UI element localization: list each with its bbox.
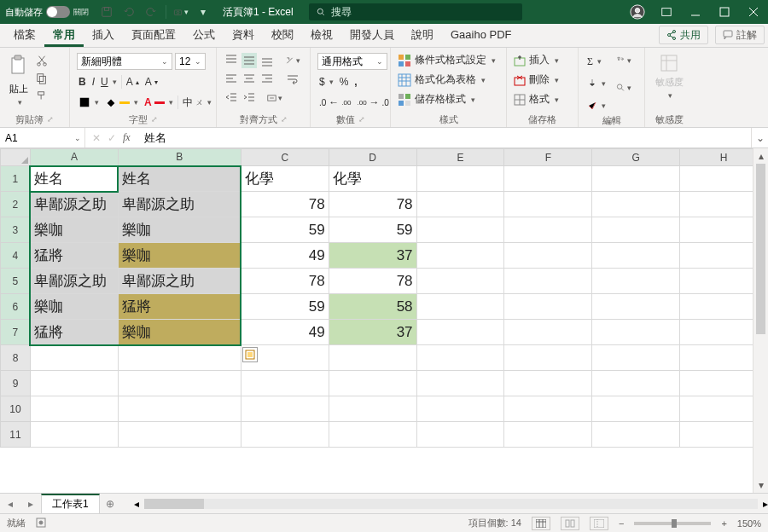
cell[interactable] <box>592 371 680 396</box>
comma-icon[interactable]: , <box>352 73 358 90</box>
enter-formula-icon[interactable]: ✓ <box>108 132 116 144</box>
cell[interactable]: 59 <box>241 294 329 320</box>
font-name-select[interactable]: 新細明體⌄ <box>77 53 172 70</box>
ribbon-display-icon[interactable] <box>657 3 676 21</box>
column-header[interactable]: H <box>680 149 753 166</box>
row-header[interactable]: 2 <box>1 192 31 217</box>
zoom-level[interactable]: 150% <box>737 518 761 529</box>
cell[interactable]: 37 <box>329 320 416 345</box>
cell[interactable]: 樂咖 <box>118 320 241 345</box>
row-header[interactable]: 11 <box>1 422 31 448</box>
spreadsheet-grid[interactable]: ABCDEFGH1姓名姓名化學化學2卑鄙源之助卑鄙源之助78783樂咖樂咖595… <box>0 148 753 493</box>
tab-Gaaiho PDF[interactable]: Gaaiho PDF <box>442 23 521 47</box>
zoom-slider[interactable] <box>634 522 711 525</box>
decrease-indent-icon[interactable] <box>224 90 239 106</box>
cell[interactable] <box>241 396 329 422</box>
cell[interactable] <box>329 345 416 371</box>
cell[interactable]: 卑鄙源之助 <box>30 269 118 294</box>
tab-常用[interactable]: 常用 <box>44 23 84 47</box>
cell[interactable] <box>504 320 592 345</box>
redo-icon[interactable] <box>143 4 159 20</box>
cell[interactable]: 78 <box>241 269 329 294</box>
conditional-formatting-button[interactable]: 條件式格式設定▾ <box>398 53 496 67</box>
column-header[interactable]: B <box>118 149 241 166</box>
delete-cells-button[interactable]: 刪除▾ <box>514 72 559 87</box>
merge-center-icon[interactable]: ▾ <box>267 90 282 106</box>
autosave-toggle[interactable]: 自動儲存 關閉 <box>5 6 89 19</box>
cell[interactable] <box>592 217 680 243</box>
cell[interactable] <box>241 371 329 396</box>
cell[interactable]: 78 <box>241 192 329 217</box>
zoom-in-icon[interactable]: + <box>721 518 726 529</box>
cell[interactable] <box>680 396 753 422</box>
cell[interactable]: 37 <box>329 243 416 269</box>
formula-input[interactable]: 姓名 <box>137 130 751 146</box>
row-header[interactable]: 4 <box>1 243 31 269</box>
cell[interactable] <box>30 371 118 396</box>
paste-button[interactable] <box>7 53 31 80</box>
align-bottom-icon[interactable] <box>259 53 275 68</box>
cell[interactable] <box>504 269 592 294</box>
cell[interactable] <box>592 166 680 192</box>
cell[interactable] <box>30 396 118 422</box>
grow-font-icon[interactable]: A▴ <box>125 73 141 90</box>
row-header[interactable]: 10 <box>1 396 31 422</box>
camera-icon[interactable]: ▾ <box>173 4 189 20</box>
cell[interactable] <box>504 422 592 448</box>
column-header[interactable]: F <box>504 149 592 166</box>
cell[interactable] <box>592 396 680 422</box>
cell[interactable] <box>592 422 680 448</box>
expand-formula-bar-icon[interactable]: ⌄ <box>751 128 768 147</box>
increase-indent-icon[interactable] <box>241 90 257 106</box>
wrap-text-icon[interactable] <box>285 72 300 87</box>
cell[interactable] <box>680 422 753 448</box>
cell[interactable] <box>329 422 416 448</box>
cell[interactable] <box>416 422 504 448</box>
tab-說明[interactable]: 說明 <box>403 23 442 47</box>
cell[interactable]: 猛將 <box>30 320 118 345</box>
cell[interactable] <box>680 217 753 243</box>
cell[interactable]: 化學 <box>241 166 329 192</box>
cell[interactable] <box>416 294 504 320</box>
clear-icon[interactable]: ▾ <box>585 97 608 114</box>
comments-button[interactable]: 註解 <box>715 26 765 44</box>
minimize-icon[interactable] <box>686 3 705 21</box>
cell[interactable] <box>680 166 753 192</box>
cell[interactable] <box>416 166 504 192</box>
tab-資料[interactable]: 資料 <box>224 23 263 47</box>
tab-公式[interactable]: 公式 <box>184 23 224 47</box>
cell[interactable] <box>118 371 241 396</box>
find-select-icon[interactable]: ▾ <box>616 80 631 95</box>
fill-color-icon[interactable]: ▾ <box>103 94 140 111</box>
cell[interactable] <box>592 269 680 294</box>
undo-icon[interactable] <box>121 4 137 20</box>
row-header[interactable]: 3 <box>1 217 31 243</box>
cell[interactable] <box>416 345 504 371</box>
cell[interactable]: 59 <box>241 217 329 243</box>
column-header[interactable]: G <box>592 149 680 166</box>
view-page-break-icon[interactable] <box>590 517 608 530</box>
cell[interactable] <box>416 269 504 294</box>
cell[interactable] <box>118 396 241 422</box>
cell[interactable]: 卑鄙源之助 <box>118 269 241 294</box>
autosum-icon[interactable]: Σ▾ <box>585 53 608 70</box>
fx-icon[interactable]: fx <box>123 131 131 144</box>
search-box[interactable]: 搜尋 <box>309 3 522 20</box>
cell[interactable]: 樂咖 <box>30 217 118 243</box>
sheet-nav-next-icon[interactable]: ▸ <box>20 498 41 510</box>
cell[interactable]: 姓名 <box>30 166 118 192</box>
cell[interactable] <box>504 345 592 371</box>
cell[interactable] <box>504 166 592 192</box>
cell[interactable]: 卑鄙源之助 <box>118 192 241 217</box>
cell[interactable]: 49 <box>241 320 329 345</box>
column-header[interactable]: E <box>416 149 504 166</box>
cell[interactable] <box>118 345 241 371</box>
cell[interactable] <box>504 294 592 320</box>
cell[interactable]: 化學 <box>329 166 416 192</box>
sort-filter-icon[interactable]: ▾ <box>616 53 631 68</box>
percent-icon[interactable]: % <box>338 73 351 90</box>
row-header[interactable]: 7 <box>1 320 31 345</box>
orientation-icon[interactable]: ▾ <box>285 53 300 68</box>
tab-插入[interactable]: 插入 <box>84 23 123 47</box>
row-header[interactable]: 1 <box>1 166 31 192</box>
